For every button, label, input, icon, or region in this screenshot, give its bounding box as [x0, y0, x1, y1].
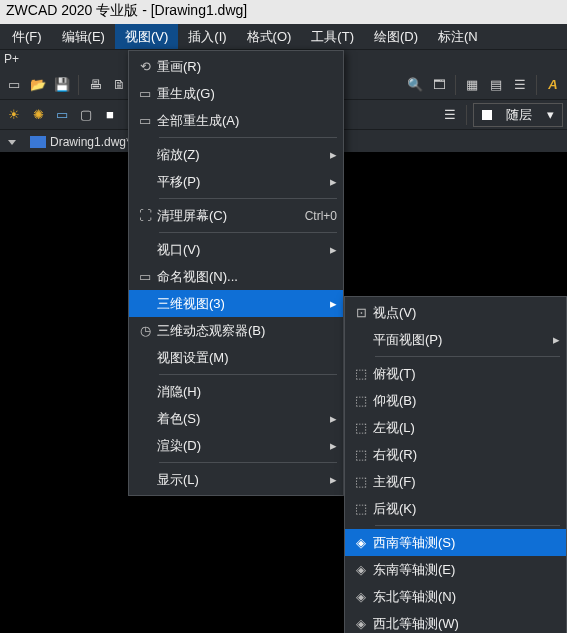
menu-cleanscreen[interactable]: ⛶ 清理屏幕(C) Ctrl+0	[129, 202, 343, 229]
ribbon-tab-pp[interactable]: P+	[4, 52, 19, 66]
cube-top-icon: ⬚	[349, 364, 373, 384]
menu-namedviews[interactable]: ▭ 命名视图(N)...	[129, 263, 343, 290]
menu-frontview[interactable]: ⬚ 主视(F)	[345, 468, 566, 495]
menu-sw-isometric[interactable]: ◈ 西南等轴测(S)	[345, 529, 566, 556]
separator	[78, 75, 79, 95]
menu-planview[interactable]: 平面视图(P) ▸	[345, 326, 566, 353]
menu-separator	[159, 198, 337, 199]
chevron-down-icon: ▾	[547, 107, 554, 122]
menu-separator	[159, 137, 337, 138]
iso-nw-icon: ◈	[349, 614, 373, 634]
menu-redraw[interactable]: ⟲ 重画(R)	[129, 53, 343, 80]
submenu-arrow-icon: ▸	[323, 472, 337, 487]
expand-icon: ⛶	[133, 206, 157, 226]
menu-hide[interactable]: 消隐(H)	[129, 378, 343, 405]
menu-3dorbit[interactable]: ◷ 三维动态观察器(B)	[129, 317, 343, 344]
menu-topview[interactable]: ⬚ 俯视(T)	[345, 360, 566, 387]
menu-dim[interactable]: 标注(N	[428, 24, 488, 49]
menu-backview[interactable]: ⬚ 后视(K)	[345, 495, 566, 522]
menu-shade[interactable]: 着色(S) ▸	[129, 405, 343, 432]
menu-display[interactable]: 显示(L) ▸	[129, 466, 343, 493]
menu-regenall[interactable]: ▭ 全部重生成(A)	[129, 107, 343, 134]
cube-back-icon: ⬚	[349, 499, 373, 519]
menu-draw[interactable]: 绘图(D)	[364, 24, 428, 49]
dwg-icon	[30, 136, 46, 148]
separator	[455, 75, 456, 95]
tool-icon[interactable]: 🗔	[429, 75, 449, 95]
menu-file[interactable]: 件(F)	[2, 24, 52, 49]
namedview-icon: ▭	[133, 267, 157, 287]
menu-separator	[159, 374, 337, 375]
cube-left-icon: ⬚	[349, 418, 373, 438]
menu-edit[interactable]: 编辑(E)	[52, 24, 115, 49]
menu-viewports[interactable]: 视口(V) ▸	[129, 236, 343, 263]
menu-separator	[159, 232, 337, 233]
freeze-icon[interactable]: ▢	[76, 105, 96, 125]
menu-regen[interactable]: ▭ 重生成(G)	[129, 80, 343, 107]
open-icon[interactable]: 📂	[28, 75, 48, 95]
menu-rightview[interactable]: ⬚ 右视(R)	[345, 441, 566, 468]
view-dropdown-menu: ⟲ 重画(R) ▭ 重生成(G) ▭ 全部重生成(A) 缩放(Z) ▸ 平移(P…	[128, 50, 344, 496]
menu-separator	[375, 356, 560, 357]
cube-front-icon: ⬚	[349, 472, 373, 492]
cube-bottom-icon: ⬚	[349, 391, 373, 411]
3dviews-submenu: ⊡ 视点(V) 平面视图(P) ▸ ⬚ 俯视(T) ⬚ 仰视(B) ⬚ 左视(L…	[344, 296, 567, 633]
gear-icon[interactable]: ✺	[28, 105, 48, 125]
iso-se-icon: ◈	[349, 560, 373, 580]
submenu-arrow-icon: ▸	[323, 438, 337, 453]
menu-insert[interactable]: 插入(I)	[178, 24, 236, 49]
menu-pan[interactable]: 平移(P) ▸	[129, 168, 343, 195]
submenu-arrow-icon: ▸	[323, 174, 337, 189]
menu-bottomview[interactable]: ⬚ 仰视(B)	[345, 387, 566, 414]
title-bar: ZWCAD 2020 专业版 - [Drawing1.dwg]	[0, 0, 567, 24]
layers-stack-icon[interactable]: ☰	[440, 105, 460, 125]
regenall-icon: ▭	[133, 111, 157, 131]
submenu-arrow-icon: ▸	[323, 296, 337, 311]
cube-right-icon: ⬚	[349, 445, 373, 465]
preview-icon[interactable]: 🗎	[109, 75, 129, 95]
menu-leftview[interactable]: ⬚ 左视(L)	[345, 414, 566, 441]
menu-viewsettings[interactable]: 视图设置(M)	[129, 344, 343, 371]
list-icon[interactable]: ☰	[510, 75, 530, 95]
menu-se-isometric[interactable]: ◈ 东南等轴测(E)	[345, 556, 566, 583]
menu-viewpoint[interactable]: ⊡ 视点(V)	[345, 299, 566, 326]
text-style-icon[interactable]: A	[543, 75, 563, 95]
sun-icon[interactable]: ☀	[4, 105, 24, 125]
menu-view[interactable]: 视图(V)	[115, 24, 178, 49]
submenu-arrow-icon: ▸	[323, 242, 337, 257]
separator	[536, 75, 537, 95]
orbit-icon: ◷	[133, 321, 157, 341]
submenu-arrow-icon: ▸	[323, 411, 337, 426]
menu-bar: 件(F) 编辑(E) 视图(V) 插入(I) 格式(O) 工具(T) 绘图(D)…	[0, 24, 567, 50]
menu-3dviews[interactable]: 三维视图(3) ▸	[129, 290, 343, 317]
menu-separator	[375, 525, 560, 526]
window-icon[interactable]: ▦	[462, 75, 482, 95]
layer-icon[interactable]: ▭	[52, 105, 72, 125]
menu-format[interactable]: 格式(O)	[237, 24, 302, 49]
menu-render[interactable]: 渲染(D) ▸	[129, 432, 343, 459]
color-swatch-icon	[482, 110, 492, 120]
grid-icon[interactable]: ▤	[486, 75, 506, 95]
menu-zoom[interactable]: 缩放(Z) ▸	[129, 141, 343, 168]
doc-tab-label: Drawing1.dwg*	[50, 135, 131, 149]
submenu-arrow-icon: ▸	[546, 332, 560, 347]
layer-dropdown-label: 随层	[506, 106, 532, 124]
find-icon[interactable]: 🔍	[405, 75, 425, 95]
document-tab[interactable]: Drawing1.dwg*	[20, 132, 141, 152]
viewpoint-icon: ⊡	[349, 303, 373, 323]
expand-icon[interactable]	[8, 140, 16, 145]
refresh-icon: ⟲	[133, 57, 157, 77]
separator	[466, 105, 467, 125]
save-icon[interactable]: 💾	[52, 75, 72, 95]
menu-nw-isometric[interactable]: ◈ 西北等轴测(W)	[345, 610, 566, 633]
color-icon[interactable]: ■	[100, 105, 120, 125]
layer-dropdown[interactable]: 随层 ▾	[473, 103, 563, 127]
regen-icon: ▭	[133, 84, 157, 104]
iso-sw-icon: ◈	[349, 533, 373, 553]
menu-ne-isometric[interactable]: ◈ 东北等轴测(N)	[345, 583, 566, 610]
menu-tools[interactable]: 工具(T)	[301, 24, 364, 49]
print-icon[interactable]: 🖶	[85, 75, 105, 95]
title-text: ZWCAD 2020 专业版 - [Drawing1.dwg]	[6, 2, 247, 18]
new-icon[interactable]: ▭	[4, 75, 24, 95]
iso-ne-icon: ◈	[349, 587, 373, 607]
